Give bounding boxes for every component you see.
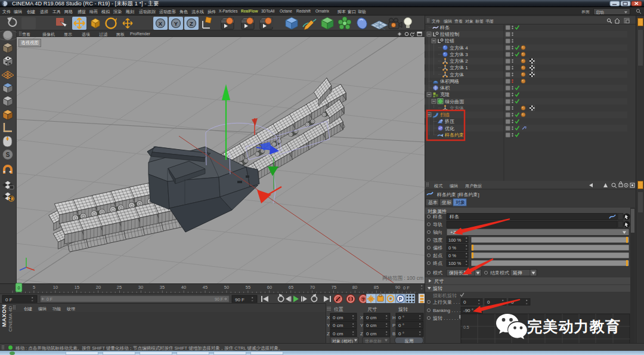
svg-text:强度: 强度	[433, 237, 442, 243]
svg-text:60: 60	[267, 285, 272, 290]
svg-text:对象属性: 对象属性	[428, 209, 447, 214]
svg-text:80: 80	[352, 285, 357, 290]
svg-text:尺寸: 尺寸	[367, 307, 377, 312]
svg-text:20: 20	[96, 285, 101, 290]
svg-text:-90 °: -90 °	[463, 308, 473, 313]
svg-text:45: 45	[203, 285, 208, 290]
svg-text:模式: 模式	[433, 270, 442, 276]
svg-text:P: P	[399, 296, 402, 302]
svg-text:65: 65	[289, 285, 293, 290]
svg-text:30: 30	[138, 285, 143, 290]
svg-text:100 %: 100 %	[448, 261, 462, 266]
svg-text:0 cm: 0 cm	[333, 323, 343, 328]
svg-text:样条: 样条	[449, 214, 459, 220]
svg-text:基本: 基本	[428, 200, 438, 205]
svg-text:Z: Z	[190, 20, 193, 27]
svg-text:终点: 终点	[433, 261, 442, 266]
svg-text:?: ?	[361, 297, 364, 302]
svg-text:0 cm: 0 cm	[366, 331, 377, 337]
svg-text:立方体: 立方体	[450, 106, 464, 111]
svg-text:体积网格: 体积网格	[440, 79, 459, 84]
svg-text:0 F: 0 F	[403, 285, 410, 291]
svg-text:立方体 3: 立方体 3	[450, 52, 468, 57]
svg-text:优化: 优化	[445, 126, 454, 131]
svg-text:延伸: 延伸	[512, 270, 522, 276]
svg-text:0: 0	[17, 285, 20, 291]
svg-text:35: 35	[160, 285, 165, 290]
svg-text:0 °: 0 °	[398, 331, 404, 337]
svg-text:样条: 样条	[432, 214, 442, 220]
svg-text:立方体 1: 立方体 1	[450, 65, 468, 70]
svg-text:90 F: 90 F	[235, 297, 244, 302]
svg-text:15: 15	[75, 285, 79, 290]
svg-text:10: 10	[53, 285, 58, 290]
svg-text:MAXON: MAXON	[1, 304, 7, 327]
svg-text:立方体 4: 立方体 4	[450, 45, 468, 51]
svg-text:50: 50	[224, 285, 229, 290]
svg-text:0: 0	[511, 300, 514, 305]
svg-text:样条约束: 样条约束	[444, 132, 464, 138]
svg-text:轴向: 轴向	[433, 230, 442, 235]
svg-text:Y: Y	[360, 323, 364, 328]
svg-text:立方体 2: 立方体 2	[450, 58, 468, 64]
svg-text:样条约束 [样条约束]: 样条约束 [样条约束]	[436, 192, 479, 197]
svg-text:Y: Y	[327, 323, 330, 328]
svg-text:0 °: 0 °	[398, 315, 404, 320]
svg-text:0 cm: 0 cm	[366, 323, 377, 328]
svg-text:Z: Z	[360, 331, 363, 337]
svg-text:X: X	[360, 315, 364, 320]
svg-text:结束模式: 结束模式	[490, 270, 509, 276]
svg-text:用户数据: 用户数据	[465, 184, 482, 189]
svg-text:尺寸: 尺寸	[434, 279, 444, 284]
svg-text:25: 25	[117, 285, 122, 290]
svg-text:CINEMA 4D R19.068 Studio (RC -: CINEMA 4D R19.068 Studio (RC - R19) - [未…	[12, 1, 159, 7]
svg-text:编辑: 编辑	[450, 184, 458, 188]
svg-text:0 cm: 0 cm	[333, 331, 343, 337]
svg-text:0 cm: 0 cm	[366, 315, 377, 320]
svg-text:Y: Y	[174, 20, 178, 27]
svg-text:75: 75	[332, 285, 336, 290]
svg-text:克隆: 克隆	[440, 92, 450, 97]
svg-text:模式: 模式	[434, 184, 442, 189]
svg-text:0 cm: 0 cm	[333, 315, 343, 320]
svg-text:0: 0	[487, 300, 490, 305]
svg-text:立方体: 立方体	[450, 72, 464, 78]
svg-text:对象: 对象	[456, 200, 465, 205]
svg-text:0.5: 0.5	[463, 325, 469, 329]
svg-text:扫描: 扫描	[440, 112, 450, 118]
svg-text:55: 55	[246, 285, 250, 290]
svg-text:0 %: 0 %	[448, 253, 456, 258]
svg-text:0 °: 0 °	[398, 323, 404, 328]
svg-text:0 %: 0 %	[448, 245, 456, 251]
svg-text:90: 90	[395, 285, 400, 290]
svg-text:P: P	[392, 323, 395, 328]
svg-text:拉链控制: 拉链控制	[439, 32, 459, 37]
svg-text:B: B	[392, 331, 395, 337]
svg-text:Banking . . . .: Banking . . . .	[433, 308, 461, 313]
svg-text:X: X	[327, 315, 330, 320]
svg-text:拉链: 拉链	[444, 38, 454, 44]
svg-text:坐标: 坐标	[441, 200, 451, 205]
svg-text:位置: 位置	[334, 307, 343, 312]
svg-text:Z: Z	[327, 331, 330, 337]
svg-text:X: X	[159, 20, 163, 27]
svg-text:上行矢量 . . .: 上行矢量 . . .	[432, 300, 460, 305]
svg-text:细分曲面: 细分曲面	[445, 99, 465, 104]
svg-text:旋转: 旋转	[398, 307, 408, 312]
svg-text:+Z: +Z	[450, 230, 456, 235]
svg-text:0: 0	[463, 300, 466, 305]
svg-text:旋转: 旋转	[433, 286, 442, 291]
svg-text:网格范围 : 100 cm: 网格范围 : 100 cm	[382, 275, 423, 281]
svg-text:70: 70	[310, 285, 315, 290]
svg-text:100 %: 100 %	[448, 237, 462, 243]
svg-text:H: H	[392, 315, 396, 320]
svg-text:起点: 起点	[433, 253, 442, 258]
svg-text:保持长度: 保持长度	[449, 270, 468, 276]
svg-text:导轨: 导轨	[433, 222, 442, 227]
svg-text:挤压: 挤压	[444, 119, 454, 124]
svg-text:偏移: 偏移	[433, 245, 442, 251]
svg-text:0 F: 0 F	[47, 297, 52, 301]
svg-text:40: 40	[181, 285, 186, 290]
svg-text:体积: 体积	[440, 85, 450, 91]
svg-text:85: 85	[374, 285, 379, 290]
